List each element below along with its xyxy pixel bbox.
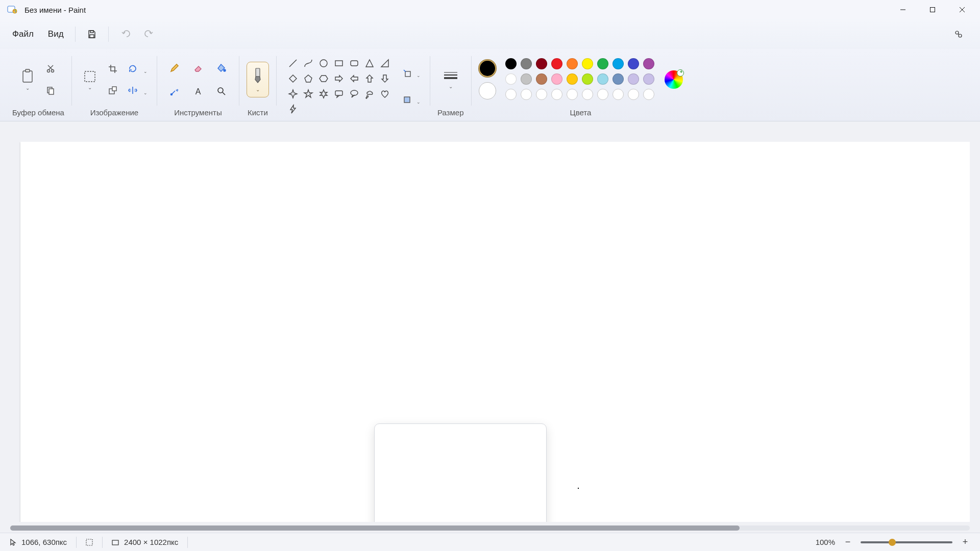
color-swatch[interactable] [536,73,547,85]
color-swatch[interactable] [597,58,608,69]
svg-point-1 [13,9,17,13]
shape-arrow-right[interactable] [332,71,346,86]
color-swatch-empty[interactable] [628,89,639,100]
fill-tool[interactable] [211,58,232,78]
group-image: ⌄ ⌄ ⌄ Изображение [72,49,157,121]
shape-callout-oval[interactable] [347,87,361,101]
shape-pentagon[interactable] [301,71,315,86]
pencil-tool[interactable] [164,58,185,78]
zoom-out-button[interactable]: − [842,537,853,548]
shape-outline-button[interactable]: ⌄ [399,64,423,82]
shape-line[interactable] [286,56,300,70]
color-swatch[interactable] [582,73,593,85]
size-button[interactable]: ⌄ [439,65,462,94]
color-swatch-empty[interactable] [597,89,608,100]
color-swatch[interactable] [582,58,593,69]
color-swatch[interactable] [612,58,624,69]
rotate-button[interactable]: ⌄ [125,60,150,78]
crop-button[interactable] [104,60,122,78]
svg-rect-41 [112,540,118,545]
flip-button[interactable]: ⌄ [125,81,150,99]
edit-colors-button[interactable] [665,70,683,89]
menu-file[interactable]: Файл [5,25,41,43]
color-swatch[interactable] [551,58,562,69]
color-swatch-empty[interactable] [567,89,578,100]
shape-callout-rect[interactable] [332,87,346,101]
shape-callout-cloud[interactable] [362,87,377,101]
color-picker-tool[interactable] [164,81,185,102]
magnifier-tool[interactable] [211,81,232,102]
save-button[interactable] [81,23,103,45]
cut-button[interactable] [41,60,60,78]
resize-button[interactable] [104,81,122,99]
shape-curve[interactable] [301,56,315,70]
svg-rect-14 [26,69,30,72]
paste-button[interactable]: ⌄ [17,65,38,94]
color-swatch[interactable] [551,73,562,85]
brushes-button[interactable]: ⌄ [247,62,269,97]
color-swatch[interactable] [521,58,532,69]
shape-lightning[interactable] [286,102,300,116]
color-2[interactable] [479,82,496,99]
shape-triangle[interactable] [362,56,377,70]
copy-button[interactable] [41,81,60,99]
svg-rect-29 [335,61,342,66]
shape-star5[interactable] [301,87,315,101]
svg-point-4 [15,11,16,12]
maximize-button[interactable] [918,0,947,19]
shape-star6[interactable] [316,87,331,101]
color-1[interactable] [479,60,496,77]
color-swatch[interactable] [567,73,578,85]
shape-diamond[interactable] [286,71,300,86]
color-swatch[interactable] [612,73,624,85]
floating-panel[interactable] [374,423,547,522]
color-swatch[interactable] [643,73,654,85]
shapes-gallery[interactable] [284,54,394,118]
shape-arrow-up[interactable] [362,71,377,86]
color-swatch-empty[interactable] [551,89,562,100]
color-swatch-empty[interactable] [536,89,547,100]
close-button[interactable] [947,0,977,19]
shape-rectangle[interactable] [332,56,346,70]
ribbon-options-button[interactable] [949,25,968,43]
color-swatch-empty[interactable] [505,89,517,100]
undo-button[interactable] [114,23,136,45]
eraser-tool[interactable] [188,58,208,78]
menu-view[interactable]: Вид [41,25,71,43]
select-button[interactable]: ⌄ [79,65,101,94]
canvas-mark [578,488,579,489]
svg-rect-18 [49,89,54,94]
scrollbar-thumb[interactable] [10,525,740,531]
zoom-slider[interactable] [861,541,952,543]
color-swatch-empty[interactable] [643,89,654,100]
shape-oval[interactable] [316,56,331,70]
shape-arrow-left[interactable] [347,71,361,86]
text-tool[interactable]: A [188,81,208,102]
shape-arrow-down[interactable] [378,71,392,86]
shape-fill-button[interactable]: ⌄ [399,90,423,109]
color-swatch[interactable] [643,58,654,69]
shape-heart[interactable] [378,87,392,101]
minimize-button[interactable] [888,0,918,19]
color-swatch-empty[interactable] [521,89,532,100]
color-swatch[interactable] [505,58,517,69]
zoom-slider-thumb[interactable] [889,539,896,546]
svg-point-3 [15,10,16,11]
color-swatch[interactable] [628,58,639,69]
statusbar: 1066, 630пкс 2400 × 1022пкс 100% − + [0,533,980,551]
shape-hexagon[interactable] [316,71,331,86]
color-swatch[interactable] [521,73,532,85]
color-swatch[interactable] [597,73,608,85]
color-swatch[interactable] [505,73,517,85]
color-swatch-empty[interactable] [612,89,624,100]
shape-star4[interactable] [286,87,300,101]
redo-button[interactable] [138,23,161,45]
zoom-in-button[interactable]: + [960,537,971,548]
color-swatch[interactable] [567,58,578,69]
horizontal-scrollbar[interactable] [10,525,970,531]
color-swatch[interactable] [536,58,547,69]
color-swatch[interactable] [628,73,639,85]
shape-rounded-rectangle[interactable] [347,56,361,70]
color-swatch-empty[interactable] [582,89,593,100]
shape-right-triangle[interactable] [378,56,392,70]
